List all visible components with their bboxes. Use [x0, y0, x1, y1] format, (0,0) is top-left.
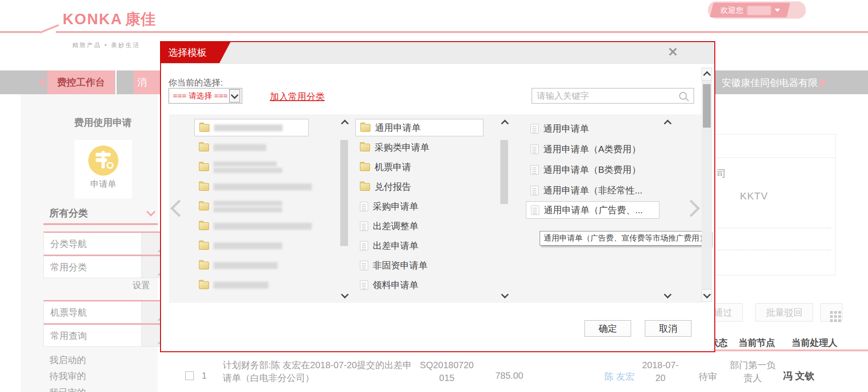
grid-icon [830, 311, 833, 314]
list-item[interactable]: 兑付报告 [355, 178, 411, 195]
settings-link[interactable]: 设置 [133, 279, 150, 291]
row-handler: 冯 文钦 [783, 370, 814, 382]
application-form-card[interactable]: 申请单 [75, 140, 132, 199]
list-item[interactable]: 采购申请单 [355, 198, 418, 215]
scroll-up-icon[interactable] [664, 120, 672, 128]
folder-item-redacted[interactable] [194, 139, 266, 156]
folder-item-redacted[interactable] [194, 276, 268, 294]
list-item[interactable]: 通用申请单（A类费用） [526, 140, 641, 158]
item-label: 领料申请单 [373, 279, 418, 291]
row-amount: 785.00 [495, 371, 523, 381]
search-icon[interactable] [679, 92, 687, 100]
list-item[interactable]: 机票申请 [355, 158, 411, 176]
redacted-text [214, 242, 282, 249]
item-label: 非固资申请单 [373, 259, 428, 272]
folder-icon [199, 262, 209, 269]
list-item[interactable]: 通用申请单 [526, 120, 589, 137]
col-header-current-handler[interactable]: 当前处理人 [792, 337, 837, 349]
user-menu[interactable]: 欢迎您 [710, 3, 790, 17]
item-label: 通用申请单（非经常性... [543, 184, 643, 197]
list-item[interactable]: 出差申请单 [355, 237, 418, 254]
category-select[interactable]: === 请选择 === [168, 88, 242, 104]
folder-item-redacted-selected[interactable] [194, 119, 309, 136]
scroll-down-icon[interactable] [341, 291, 349, 299]
column-root-categories [194, 114, 337, 303]
list-item[interactable]: 通用申请单（B类费用） [526, 161, 641, 178]
folder-item-redacted[interactable] [194, 178, 312, 195]
col-header-current-node[interactable]: 当前节点 [739, 337, 775, 349]
add-favorite-category-link[interactable]: 加入常用分类 [270, 91, 325, 103]
search-input[interactable] [532, 91, 679, 101]
application-form-label: 申请单 [75, 178, 132, 190]
column1-scrollbar[interactable] [339, 118, 349, 299]
folder-item-redacted[interactable] [194, 158, 282, 176]
modal-scrollbar[interactable] [702, 68, 712, 302]
list-item[interactable]: 非固资申请单 [355, 257, 428, 274]
cancel-button[interactable]: 取消 [645, 320, 691, 337]
column2-scrollbar[interactable] [499, 118, 509, 299]
row-date: 2018-07-20 [639, 359, 681, 384]
column3-scrollbar[interactable] [662, 118, 672, 299]
document-icon [360, 221, 368, 231]
caret-down-icon[interactable] [775, 9, 780, 12]
section-underline [43, 223, 158, 225]
row-checkbox[interactable] [185, 371, 194, 380]
row-current-node: 部门第一负责人 [730, 359, 776, 384]
grid-view-button[interactable] [820, 303, 842, 322]
dotted-divider [718, 228, 831, 228]
scroll-up-icon[interactable] [341, 120, 349, 128]
sidebar-item-flight-nav[interactable]: 机票导航 [43, 300, 164, 323]
scroll-up-icon[interactable] [703, 71, 711, 79]
all-categories-header[interactable]: 所有分类 [49, 207, 88, 220]
redacted-text [214, 201, 282, 212]
item-label: 出差申请单 [373, 240, 418, 252]
ok-button[interactable]: 确定 [584, 320, 631, 337]
table-row[interactable]: 1 计划财务部:陈 友宏在2018-07-20提交的出差申请单（白电非分公司） … [0, 353, 868, 392]
folder-icon [199, 222, 209, 230]
nav-scroll-right-icon[interactable] [820, 78, 826, 88]
tab-partial-label: 消 [137, 76, 147, 89]
scrollbar-thumb[interactable] [340, 140, 348, 246]
folder-item-redacted[interactable] [194, 198, 282, 215]
tab-partial-hidden[interactable]: 消 [134, 70, 161, 94]
select-dropdown-button[interactable] [229, 89, 240, 102]
scroll-down-icon[interactable] [501, 291, 509, 299]
company-switcher[interactable]: 安徽康佳同创电器有限 [722, 76, 826, 89]
company-name: 安徽康佳同创电器有限 [722, 76, 818, 89]
item-label: 机票申请 [375, 161, 411, 173]
row-applicant-link[interactable]: 陈 友宏 [605, 371, 635, 383]
list-item[interactable]: 通用申请单（非经常性... [526, 182, 643, 199]
scroll-down-icon[interactable] [664, 291, 672, 299]
list-item-hovered[interactable]: 通用申请单（广告费、... [526, 201, 659, 219]
scroll-down-icon[interactable] [703, 291, 711, 299]
folder-item-redacted[interactable] [194, 257, 278, 274]
select-template-modal: 选择模板 ✕ 你当前的选择: === 请选择 === 加入常用分类 [160, 41, 715, 352]
scroll-up-icon[interactable] [501, 120, 509, 128]
summary-panel-header [715, 134, 836, 158]
row-code: SQ20180720015 [420, 359, 474, 384]
panel-chevron-right-icon[interactable] [682, 199, 700, 217]
swoosh-line-left [0, 31, 40, 33]
panel-chevron-left-icon[interactable] [170, 199, 188, 217]
batch-reject-button[interactable]: 批量驳回 [755, 303, 813, 322]
list-item[interactable]: 采购类申请单 [355, 139, 429, 156]
folder-item-redacted[interactable] [194, 237, 282, 254]
konka-logo: KONKA康佳 [63, 9, 155, 30]
close-icon[interactable]: ✕ [668, 45, 678, 59]
folder-item-redacted[interactable] [194, 217, 312, 235]
sidebar-item-frequent-queries[interactable]: 常用查询 [43, 323, 164, 347]
tab-expense-workbench[interactable]: 费控工作台 [47, 70, 115, 94]
username-redacted [747, 5, 771, 15]
scrollbar-thumb[interactable] [500, 140, 508, 204]
list-item[interactable]: 通用申请单 [355, 119, 483, 136]
sidebar-item-frequent-categories[interactable]: 常用分类 [43, 255, 164, 278]
document-icon [530, 124, 539, 134]
kktv-label: KKTV [740, 190, 768, 202]
nav-scroll-left-icon[interactable] [38, 77, 44, 87]
list-item[interactable]: 出差调整单 [355, 217, 418, 235]
scrollbar-thumb[interactable] [703, 84, 711, 128]
sidebar-item-category-nav[interactable]: 分类导航 [43, 231, 164, 255]
template-browser-panel: 通用申请单 采购类申请单 机票申请 兑付报告 采购申请单 出差调整单 [169, 114, 702, 303]
chevron-down-icon[interactable] [146, 207, 155, 216]
list-item[interactable]: 领料申请单 [355, 276, 418, 294]
